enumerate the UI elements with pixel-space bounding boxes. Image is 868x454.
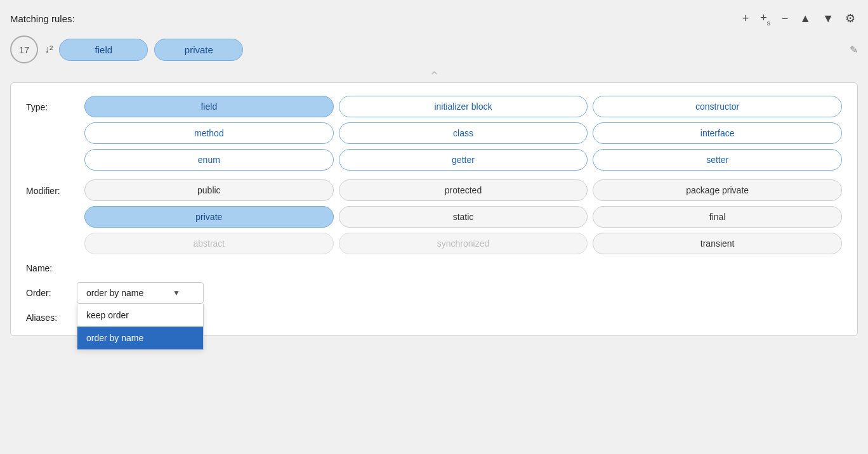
modifier-final-button[interactable]: final [593,206,842,228]
header-row: Matching rules: + +s − ▲ ▼ ⚙ [10,10,858,27]
type-constructor-button[interactable]: constructor [593,96,842,117]
type-getter-button[interactable]: getter [339,149,588,171]
order-section: Order: order by name ▼ keep order order … [26,282,842,304]
detail-panel: Type: field initializer block constructo… [10,82,858,336]
modifier-transient-button[interactable]: transient [593,233,842,254]
remove-button[interactable]: − [779,11,791,27]
type-method-button[interactable]: method [84,122,334,144]
settings-button[interactable]: ⚙ [843,10,858,27]
modifier-static-button[interactable]: static [339,206,588,228]
type-enum-button[interactable]: enum [84,149,334,171]
name-section: Name: [26,263,842,273]
type-label: Type: [26,96,77,112]
modifier-protected-button[interactable]: protected [339,179,588,201]
type-section: Type: field initializer block constructo… [26,96,842,171]
add-s-button[interactable]: +s [758,10,773,27]
modifier-package-private-button[interactable]: package private [593,179,842,201]
type-field-button[interactable]: field [84,96,334,117]
caret-up-icon: ⌃ [429,70,440,82]
dropdown-arrow-icon: ▼ [173,289,180,297]
modifier-section: Modifier: public protected package priva… [26,179,842,254]
modifier-label: Modifier: [26,179,77,196]
header-actions: + +s − ▲ ▼ ⚙ [740,10,858,27]
order-dropdown-menu: keep order order by name [77,304,204,350]
type-setter-button[interactable]: setter [593,149,842,171]
modifier-public-button[interactable]: public [84,179,334,201]
order-select-wrapper: order by name ▼ keep order order by name [77,282,204,304]
add-button[interactable]: + [740,11,752,27]
type-initializer-block-button[interactable]: initializer block [339,96,588,117]
rule-row: 17 ↓² field private ✎ [10,36,858,63]
modifier-synchronized-button[interactable]: synchronized [339,233,588,254]
move-down-button[interactable]: ▼ [820,11,836,27]
modifier-buttons-grid: public protected package private private… [84,179,842,254]
aliases-label: Aliases: [26,313,77,323]
modifier-private-button[interactable]: private [84,206,334,228]
tag-private-button[interactable]: private [154,39,243,61]
rule-number: 17 [10,36,38,63]
order-select-display[interactable]: order by name ▼ [77,282,204,304]
edit-button[interactable]: ✎ [850,44,858,56]
order-option-order-by-name[interactable]: order by name [77,327,203,349]
main-panel: Matching rules: + +s − ▲ ▼ ⚙ 17 ↓² field… [0,0,868,454]
matching-rules-title: Matching rules: [10,13,75,24]
sort-icon-button[interactable]: ↓² [44,44,53,55]
order-label: Order: [26,288,77,298]
caret-row: ⌃ [10,70,858,82]
type-buttons-grid: field initializer block constructor meth… [84,96,842,171]
order-option-keep-order[interactable]: keep order [77,304,203,327]
move-up-button[interactable]: ▲ [797,11,813,27]
tag-field-button[interactable]: field [59,39,148,61]
type-interface-button[interactable]: interface [593,122,842,144]
type-class-button[interactable]: class [339,122,588,144]
name-label: Name: [26,263,77,273]
order-current-value: order by name [86,288,143,298]
modifier-abstract-button[interactable]: abstract [84,233,334,254]
